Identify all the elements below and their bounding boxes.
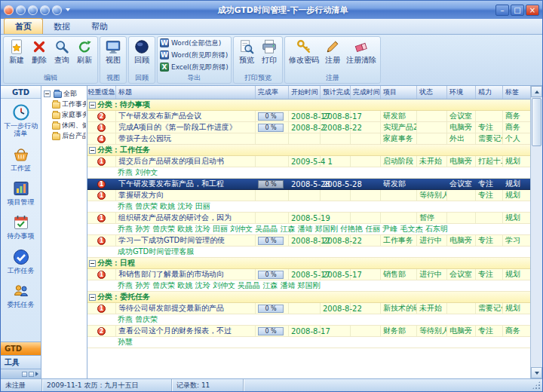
assignees-row[interactable]: 乔燕 孙芳 曾庆荣 欧姚 沈玲 田丽 刘仲文 吴晶晶 江森 潘靖 郑国刚 付艳艳… [87, 224, 530, 235]
priority-cell: 1 [87, 213, 116, 223]
ribbon-group-print-caption: 打印预览 [234, 73, 282, 83]
column-header-start[interactable]: 开始时间 [289, 86, 321, 99]
progress-bar: 0 % [258, 124, 284, 132]
ribbon-group-review: 回顾 回顾 [128, 36, 155, 84]
small-section-icon[interactable] [29, 372, 34, 377]
task-row[interactable]: 1提交后台产品研发的项目启动书2009-5-4 1启动阶段未开始电脑旁打起十二分… [87, 156, 530, 167]
help-icon[interactable] [28, 5, 38, 15]
minimize-button[interactable]: – [495, 5, 509, 16]
assignees-row[interactable]: 成功GTD时间管理客服 [87, 247, 530, 258]
priority-badge: 1 [97, 271, 106, 279]
tag-cell: 规划 [503, 156, 530, 167]
assignees-row[interactable]: 乔燕 孙芳 曾庆荣 欧姚 沈玲 刘仲文 吴晶晶 江森 潘靖 郑国刚 [87, 280, 530, 292]
task-row[interactable]: 1和销售部门了解最新的市场动向0 %2008-5-172008-5-17销售部进… [87, 269, 530, 280]
tree-item-leisure[interactable]: 休闲、健康 [42, 120, 86, 130]
collapse-icon[interactable] [44, 90, 51, 97]
category-row[interactable]: 分类：工作任务 [87, 145, 530, 156]
tools-section-bar[interactable]: 工具 [1, 355, 41, 369]
tree-item-rd[interactable]: 后台产品研发 [42, 130, 86, 141]
sidebar-item-projects[interactable]: 项目管理 [1, 175, 41, 209]
column-header-energy[interactable]: 精力 [476, 86, 503, 99]
category-row[interactable]: 分类：待办事项 [87, 100, 530, 111]
collapse-icon[interactable] [89, 260, 96, 267]
column-header-project[interactable]: 项目 [381, 86, 417, 99]
info-icon[interactable] [16, 5, 26, 15]
collapse-icon[interactable] [89, 147, 96, 154]
print-button[interactable]: 打印 [258, 38, 281, 72]
register-button[interactable]: 注册 [321, 38, 344, 72]
sidebar-item-tasks[interactable]: 工作任务 [1, 243, 41, 277]
view-button[interactable]: 视图 [102, 38, 124, 72]
task-row[interactable]: 2查看公司这个月的财务报表，不过0 %2008-8-17财务部等待别人电脑旁专注… [87, 326, 530, 337]
task-row[interactable]: 1等待公司研发部提交最新的产品0 %2008-8-22新技术的研发未开始需要记住… [87, 303, 530, 314]
collapse-icon[interactable] [89, 294, 96, 301]
energy-cell: 需要记住 [476, 303, 503, 314]
mail-icon[interactable] [40, 5, 50, 15]
task-row[interactable]: 1下午研发要发布新产品，和工程0 %2008-5-282008-5-28研发部会… [87, 179, 530, 190]
sidebar-item-inbox[interactable]: 工作篮 [1, 141, 41, 175]
assignees-row[interactable]: 乔燕 曾庆荣 欧姚 沈玲 田丽 [87, 201, 530, 213]
tab-help[interactable]: 帮助 [81, 19, 118, 34]
refresh-button[interactable]: 刷新 [73, 38, 96, 72]
unregister-button[interactable]: 注册清除 [344, 38, 379, 72]
gtd-section-bar[interactable]: GTD [1, 341, 41, 355]
export-word-all-label: Word(全部信息) [171, 38, 221, 48]
tree-item-all[interactable]: 全部 [42, 88, 86, 99]
task-row[interactable]: 2下午研发发布新产品会议0 %2008-8-172008-8-17研发部会议室商… [87, 111, 530, 122]
column-header-priority[interactable]: 轻重缓急 [87, 86, 116, 99]
close-button[interactable]: × [526, 5, 539, 16]
collapse-icon[interactable] [89, 102, 96, 109]
maximize-button[interactable]: □ [511, 5, 524, 16]
export-word-wysiwyg-button[interactable]: W Word(所见即所得) [160, 50, 229, 61]
column-header-title[interactable]: 标题 [116, 86, 256, 99]
skin-icon[interactable] [52, 5, 62, 15]
column-header-finish[interactable]: 完成时间 [351, 86, 381, 99]
column-header-environment[interactable]: 环境 [447, 86, 476, 99]
column-header-expected[interactable]: 预计完成 [321, 86, 351, 99]
status-cell [417, 133, 447, 144]
export-excel-wysiwyg-button[interactable]: X Excel(所见即所得) [160, 62, 229, 73]
column-header-status[interactable]: 状态 [417, 86, 447, 99]
assignees-row[interactable]: 乔燕 曾庆荣 [87, 314, 530, 326]
title-cell: 完成A项目的《第一阶段工作进度》 [116, 122, 256, 133]
sidebar-item-todos[interactable]: 待办事项 [1, 209, 41, 243]
app-icon[interactable] [4, 5, 14, 15]
small-section-icon[interactable] [22, 372, 27, 377]
task-row[interactable]: 4带孩子去公园玩家庭事务外出需要记住个人 [87, 133, 530, 145]
configure-buttons-icon[interactable] [35, 372, 38, 376]
date-status: 2009-11-1 农历：九月十五日 [42, 379, 172, 391]
resize-grip[interactable] [532, 381, 541, 390]
category-row[interactable]: 分类：委托任务 [87, 292, 530, 303]
export-excel-wysiwyg-label: Excel(所见即所得) [171, 63, 229, 72]
column-header-tag[interactable]: 标签 [503, 86, 530, 99]
column-header-completion[interactable]: 完成率 [256, 86, 289, 99]
sidebar-item-next-actions[interactable]: 下一步行动清单 [1, 99, 41, 141]
task-row[interactable]: 1学习一下成功GTD时间管理的使0 %2008-8-122008-8-22工作事… [87, 235, 530, 247]
delete-button[interactable]: 删除 [28, 38, 51, 72]
category-row[interactable]: 分类：日程 [87, 258, 530, 269]
task-row[interactable]: 1组织研发产品研发的研讨会，因为2008-5-19暂停规划 [87, 213, 530, 224]
task-row[interactable]: 1掌握研发方向等待别人专注规划 [87, 190, 530, 201]
change-password-button[interactable]: 修改密码 [287, 38, 321, 72]
tree-item-family[interactable]: 家庭事务 [42, 109, 86, 120]
ribbon-group-edit: 新建 删除 查询 刷新 编辑 [3, 36, 98, 84]
task-row[interactable]: 1完成A项目的《第一阶段工作进度》0 %2008-8-22008-8-22实现产… [87, 122, 530, 133]
preview-button[interactable]: 预览 [235, 38, 258, 72]
status-cell: 未开始 [417, 303, 447, 314]
export-word-all-button[interactable]: W Word(全部信息) [160, 38, 229, 49]
scroll-track[interactable] [531, 147, 542, 367]
tree-item-work[interactable]: 工作事务 [42, 99, 86, 109]
assignees-row[interactable]: 乔燕 刘仲文 [87, 167, 530, 179]
new-button[interactable]: 新建 [5, 38, 28, 72]
assignees-row[interactable]: 孙慧 [87, 337, 530, 348]
tab-home[interactable]: 首页 [4, 18, 43, 34]
sidebar-item-delegated[interactable]: 委托任务 [1, 277, 41, 311]
review-button[interactable]: 回顾 [130, 38, 153, 72]
window-controls: – □ × [495, 5, 539, 16]
tab-data[interactable]: 数据 [43, 19, 81, 34]
scroll-up-button[interactable] [531, 86, 542, 97]
scroll-down-button[interactable] [531, 367, 542, 378]
scroll-thumb[interactable] [532, 98, 541, 146]
vertical-scrollbar[interactable] [530, 86, 542, 378]
query-button[interactable]: 查询 [51, 38, 73, 72]
